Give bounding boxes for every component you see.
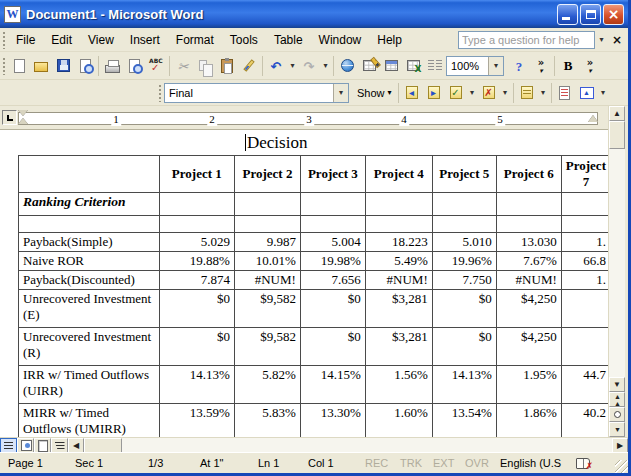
value-cell[interactable]: 7.67%: [496, 252, 561, 271]
menu-format[interactable]: Format: [168, 30, 222, 50]
scroll-left-icon[interactable]: ◀: [68, 438, 84, 453]
value-cell[interactable]: 1.86%: [496, 404, 561, 438]
tab-selector[interactable]: [2, 110, 17, 125]
row-label-cell[interactable]: [19, 216, 160, 233]
status-rec[interactable]: REC: [365, 457, 400, 469]
value-cell[interactable]: #NUM!: [365, 271, 432, 290]
value-cell[interactable]: 13.030: [496, 233, 561, 252]
horizontal-scrollbar-thumb[interactable]: [84, 438, 122, 453]
display-for-review-combobox[interactable]: Final ▾: [164, 83, 349, 103]
reject-change-dropdown-icon[interactable]: [500, 82, 511, 104]
reject-change-icon[interactable]: [478, 82, 500, 104]
value-cell[interactable]: 18.223: [365, 233, 432, 252]
minimize-button[interactable]: [557, 4, 578, 25]
value-cell[interactable]: 5.82%: [234, 366, 300, 404]
display-for-review-dropdown-icon[interactable]: ▾: [333, 84, 348, 102]
value-cell[interactable]: 5.83%: [234, 404, 300, 438]
value-cell[interactable]: [561, 328, 610, 366]
print-layout-view-button[interactable]: [34, 438, 51, 453]
value-cell[interactable]: 7.874: [159, 271, 234, 290]
column-header[interactable]: Project 6: [496, 156, 561, 193]
value-cell[interactable]: [300, 193, 365, 216]
value-cell[interactable]: [561, 193, 610, 216]
show-menu-button[interactable]: Show ▾: [353, 83, 396, 103]
value-cell[interactable]: 19.88%: [159, 252, 234, 271]
value-cell[interactable]: 1.: [561, 233, 610, 252]
toolbar-grip[interactable]: [2, 57, 6, 75]
spelling-status-icon[interactable]: [573, 455, 593, 471]
value-cell[interactable]: [365, 216, 432, 233]
value-cell[interactable]: [432, 216, 496, 233]
next-page-icon[interactable]: ▼: [609, 422, 625, 437]
table-corner-cell[interactable]: [19, 156, 160, 193]
new-comment-dropdown-icon[interactable]: [538, 82, 549, 104]
value-cell[interactable]: $3,281: [365, 328, 432, 366]
value-cell[interactable]: $9,582: [234, 328, 300, 366]
value-cell[interactable]: [496, 216, 561, 233]
column-header[interactable]: Project 2: [234, 156, 300, 193]
new-comment-icon[interactable]: [516, 82, 538, 104]
new-document-icon[interactable]: [8, 55, 30, 77]
value-cell[interactable]: 44.7: [561, 366, 610, 404]
menu-edit[interactable]: Edit: [43, 30, 80, 50]
value-cell[interactable]: 10.01%: [234, 252, 300, 271]
paste-icon[interactable]: [216, 55, 238, 77]
document-title[interactable]: Decision: [247, 133, 307, 153]
value-cell[interactable]: $3,281: [365, 290, 432, 328]
bold-icon[interactable]: B: [557, 55, 579, 77]
menu-help[interactable]: Help: [369, 30, 410, 50]
column-header[interactable]: Project 4: [365, 156, 432, 193]
value-cell[interactable]: 40.2: [561, 404, 610, 438]
hanging-indent-marker[interactable]: [18, 118, 28, 124]
normal-view-button[interactable]: [0, 438, 17, 453]
value-cell[interactable]: $0: [300, 328, 365, 366]
value-cell[interactable]: 7.656: [300, 271, 365, 290]
value-cell[interactable]: 5.49%: [365, 252, 432, 271]
value-cell[interactable]: $4,250: [496, 290, 561, 328]
value-cell[interactable]: $0: [432, 290, 496, 328]
row-label-cell[interactable]: Payback(Discounted): [19, 271, 160, 290]
tables-and-borders-icon[interactable]: [358, 55, 380, 77]
menu-file[interactable]: File: [8, 30, 43, 50]
row-label-cell[interactable]: Unrecovered Investment (E): [19, 290, 160, 328]
value-cell[interactable]: [300, 216, 365, 233]
row-label-cell[interactable]: MIRR w/ Timed Outflows (UMIRR): [19, 404, 160, 438]
value-cell[interactable]: 5.010: [432, 233, 496, 252]
zoom-combobox[interactable]: 100% ▾: [446, 56, 504, 76]
print-icon[interactable]: [101, 55, 123, 77]
menubar-close-icon[interactable]: ×: [608, 33, 626, 47]
status-trk[interactable]: TRK: [400, 457, 433, 469]
help-question-input[interactable]: [458, 31, 595, 49]
previous-change-icon[interactable]: [401, 82, 423, 104]
spelling-grammar-icon[interactable]: [145, 55, 167, 77]
menu-window[interactable]: Window: [311, 30, 370, 50]
first-line-indent-marker[interactable]: [18, 110, 28, 116]
select-browse-object-icon[interactable]: [609, 407, 625, 422]
value-cell[interactable]: $0: [159, 328, 234, 366]
value-cell[interactable]: $0: [432, 328, 496, 366]
undo-dropdown-icon[interactable]: [287, 55, 298, 77]
column-header[interactable]: Project 1: [159, 156, 234, 193]
scroll-right-icon[interactable]: ▶: [612, 438, 628, 453]
maximize-button[interactable]: [580, 4, 601, 25]
column-header[interactable]: Project 3: [300, 156, 365, 193]
value-cell[interactable]: $0: [159, 290, 234, 328]
insert-excel-worksheet-icon[interactable]: [402, 55, 424, 77]
value-cell[interactable]: [561, 216, 610, 233]
reviewing-pane-dropdown-icon[interactable]: [598, 82, 609, 104]
save-icon[interactable]: [52, 55, 74, 77]
value-cell[interactable]: 13.30%: [300, 404, 365, 438]
next-change-icon[interactable]: [423, 82, 445, 104]
value-cell[interactable]: [159, 216, 234, 233]
scroll-down-icon[interactable]: ▼: [609, 377, 625, 392]
value-cell[interactable]: [496, 193, 561, 216]
menu-insert[interactable]: Insert: [122, 30, 168, 50]
value-cell[interactable]: 13.59%: [159, 404, 234, 438]
value-cell[interactable]: 14.13%: [432, 366, 496, 404]
status-ovr[interactable]: OVR: [465, 457, 500, 469]
value-cell[interactable]: 13.54%: [432, 404, 496, 438]
help-dropdown-icon[interactable]: ▾: [595, 31, 608, 49]
value-cell[interactable]: 5.004: [300, 233, 365, 252]
vertical-scrollbar-track[interactable]: [609, 149, 625, 377]
toolbar-options-icon[interactable]: [530, 55, 552, 77]
